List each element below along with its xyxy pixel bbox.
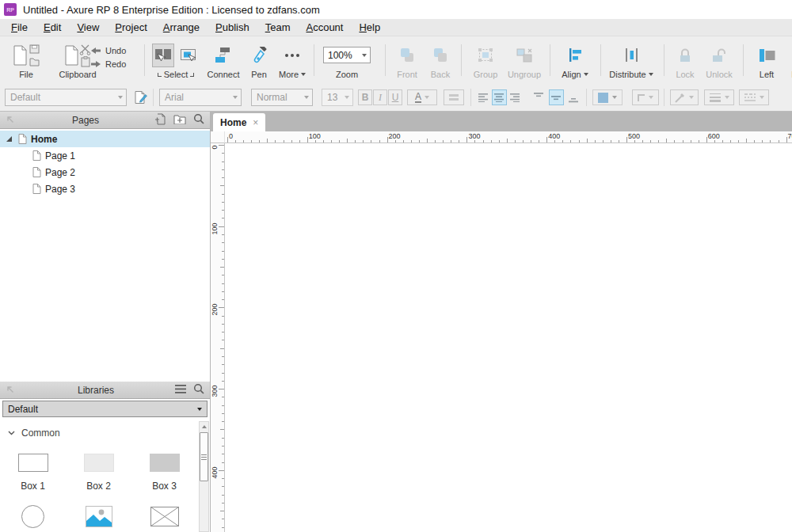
redo-button[interactable]: Redo <box>90 57 139 70</box>
design-canvas[interactable] <box>225 143 792 532</box>
align-button[interactable]: Align <box>556 42 594 79</box>
undo-icon <box>90 47 101 55</box>
align-text-right-button[interactable] <box>508 89 523 105</box>
font-size-select[interactable]: 13 <box>322 89 353 106</box>
select-intersect-button[interactable] <box>152 44 174 67</box>
menu-item-view[interactable]: View <box>69 20 107 35</box>
library-item-box-1[interactable]: Box 1 <box>18 450 48 491</box>
tab-home[interactable]: Home × <box>213 113 265 131</box>
distribute-button[interactable]: Distribute <box>607 42 656 79</box>
font-weight-select[interactable]: Normal <box>251 89 313 106</box>
page-tree-item-page-2[interactable]: Page 2 <box>0 164 210 180</box>
align-text-middle-button[interactable] <box>549 89 564 105</box>
ruler-tick <box>219 389 224 390</box>
zoom-select[interactable]: 100% <box>323 47 371 63</box>
page-tree-item-home[interactable]: Home <box>0 131 210 147</box>
ruler-tick <box>220 429 224 430</box>
file-icon <box>3 42 49 68</box>
ruler-tick <box>691 140 691 142</box>
library-grid: Box 1Box 2Box 3 <box>0 450 198 532</box>
pages-panel-header: Pages <box>0 112 210 129</box>
add-page-icon[interactable] <box>154 113 166 127</box>
library-select[interactable]: Default <box>2 401 208 417</box>
align-text-top-icon <box>534 93 544 103</box>
menu-item-help[interactable]: Help <box>351 20 388 35</box>
ruler-tick <box>222 364 224 365</box>
ruler-tick <box>642 140 643 142</box>
align-text-left-button[interactable] <box>476 89 491 105</box>
menu-item-publish[interactable]: Publish <box>208 20 257 35</box>
collapse-panel-icon[interactable] <box>6 385 17 396</box>
pen-button[interactable]: Pen <box>244 42 274 79</box>
fill-color-button[interactable] <box>592 89 623 105</box>
file-button[interactable]: File <box>3 42 49 79</box>
library-item-box-2[interactable]: Box 2 <box>84 450 114 491</box>
ruler-label: 200 <box>389 132 401 140</box>
menu-item-account[interactable]: Account <box>298 20 351 35</box>
ruler-tick <box>222 332 224 332</box>
menu-item-project[interactable]: Project <box>107 20 154 35</box>
ruler-tick <box>683 140 683 142</box>
align-text-top-button[interactable] <box>531 89 546 105</box>
line-width-icon <box>710 93 721 102</box>
search-icon[interactable] <box>193 383 204 397</box>
ruler-tick <box>222 478 224 479</box>
scroll-up-icon[interactable] <box>200 422 208 431</box>
toolbar-separator <box>743 44 744 76</box>
font-color-button: A <box>407 89 437 105</box>
edit-style-button[interactable] <box>131 89 150 105</box>
library-item-placeholder[interactable] <box>150 504 179 532</box>
ruler-label: 600 <box>708 132 720 140</box>
ruler-tick <box>722 140 723 142</box>
chevron-down-icon <box>425 96 429 99</box>
library-item-image[interactable] <box>86 504 112 532</box>
menu-item-arrange[interactable]: Arrange <box>155 20 208 35</box>
ruler-tick <box>523 140 524 142</box>
ruler-tick <box>220 348 224 349</box>
ruler-tick <box>219 226 224 227</box>
select-contain-button[interactable] <box>177 44 200 67</box>
library-item-box-3[interactable]: Box 3 <box>150 450 180 491</box>
font-family-select[interactable]: Arial <box>159 89 242 106</box>
library-item-ellipse[interactable] <box>21 504 44 532</box>
menu-item-edit[interactable]: Edit <box>36 20 69 35</box>
tree-expander-icon[interactable] <box>5 135 13 142</box>
toolbar-separator <box>586 89 587 106</box>
panel-menu-icon[interactable] <box>175 385 186 396</box>
widget-style-select[interactable]: Default <box>5 89 127 106</box>
ruler-tick <box>222 324 224 325</box>
toolbar-separator <box>550 44 550 76</box>
ruler-tick <box>730 140 731 142</box>
menu-item-file[interactable]: File <box>3 20 36 35</box>
libraries-scrollbar[interactable] <box>199 421 209 532</box>
close-tab-icon[interactable]: × <box>253 117 258 128</box>
scrollbar-thumb[interactable] <box>200 432 208 481</box>
ruler-tick <box>222 316 224 317</box>
align-text-center-button[interactable] <box>492 89 507 105</box>
align-text-bottom-icon <box>569 93 579 103</box>
collapse-panel-icon[interactable] <box>6 115 17 126</box>
align-left-edge-button[interactable]: Left <box>751 42 782 79</box>
library-section-common[interactable]: Common <box>8 428 60 439</box>
select-mode-group: Select <box>149 42 203 79</box>
ruler-tick <box>243 140 244 142</box>
align-text-bottom-button[interactable] <box>566 89 581 105</box>
undo-button[interactable]: Undo <box>90 44 139 57</box>
ruler-tick <box>222 397 224 397</box>
ruler-tick <box>451 140 451 142</box>
page-tree-item-page-1[interactable]: Page 1 <box>0 147 210 164</box>
main-toolbar: File Clipboard Undo <box>0 36 792 84</box>
ruler-tick <box>427 139 428 142</box>
ruler-tick <box>222 438 224 439</box>
add-folder-icon[interactable] <box>173 114 186 127</box>
more-button[interactable]: More <box>274 42 310 79</box>
search-icon[interactable] <box>193 113 204 127</box>
align-right-edge-button[interactable]: Right <box>786 42 792 79</box>
page-tree-item-page-3[interactable]: Page 3 <box>0 180 210 197</box>
ruler-tick <box>770 140 771 142</box>
placeholder-widget-icon <box>150 504 179 529</box>
ruler-tick <box>491 140 492 142</box>
connect-button[interactable]: Connect <box>204 42 242 79</box>
menu-item-team[interactable]: Team <box>257 20 299 35</box>
ruler-tick <box>219 145 224 146</box>
